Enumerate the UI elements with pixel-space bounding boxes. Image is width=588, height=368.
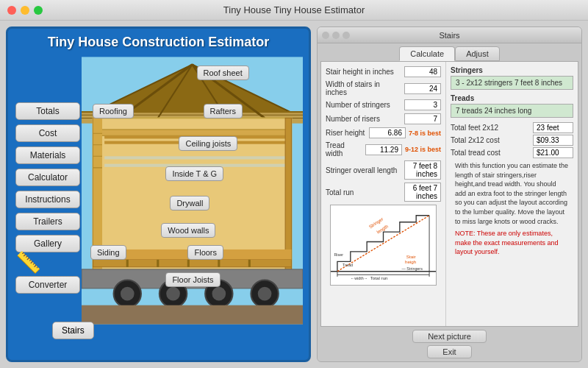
dialog-titlebar: Stairs <box>318 27 581 43</box>
minimize-button[interactable] <box>21 6 29 15</box>
input-stringers[interactable] <box>404 99 441 110</box>
field-width: Width of stairs in inches <box>326 80 441 96</box>
info-text: With this function you can estimate the … <box>455 161 569 226</box>
tab-calculate[interactable]: Calculate <box>399 46 455 61</box>
field-stringers: Number of stringers <box>326 99 441 110</box>
total-feet-row: Total feet 2x12 23 feet <box>451 122 573 133</box>
treads-section: Treads 7 treads 24 inches long <box>451 94 573 118</box>
stringers-section: Stringers 3 - 2x12 stringers 7 feet 8 in… <box>451 66 573 90</box>
field-riser-height: Riser height 7-8 is best <box>326 127 441 138</box>
maximize-button[interactable] <box>34 6 43 15</box>
treads-result: 7 treads 24 inches long <box>451 104 573 118</box>
dialog-close[interactable] <box>322 32 329 39</box>
dialog-tabs: Calculate Adjust <box>318 43 581 61</box>
nav-instructions[interactable]: Instructions <box>15 191 80 208</box>
nav-totals[interactable]: Totals <box>15 102 80 120</box>
svg-rect-11 <box>93 130 292 135</box>
ceiling-joists-button[interactable]: Ceiling joists <box>179 136 237 151</box>
dialog-maximize[interactable] <box>343 32 350 39</box>
window-controls[interactable] <box>7 6 43 15</box>
stair-diagram-svg: Stringer length Tread Riser Stair heigh … <box>331 205 436 285</box>
stairs-dialog: Stairs Calculate Adjust Stair height in … <box>317 26 582 362</box>
window-titlebar: Tiny House Tiny House Estimator <box>0 0 588 21</box>
roof-sheet-button[interactable]: Roof sheet <box>197 66 249 80</box>
dialog-footer: Next picture Exit <box>318 327 581 361</box>
close-button[interactable] <box>7 6 16 15</box>
field-tread-width: Tread width 9-12 is best <box>326 141 441 158</box>
field-risers: Number of risers <box>326 113 441 124</box>
main-app-panel: Tiny House Construction Estimator Totals… <box>6 26 311 362</box>
dialog-title: Stairs <box>439 31 459 40</box>
info-note: NOTE: These are only estimates, make the… <box>455 229 569 257</box>
building-illustration: Roof sheet Roofing Rafters Ceiling joist… <box>82 54 303 327</box>
svg-point-32 <box>121 287 135 301</box>
input-tread-width[interactable] <box>365 144 402 155</box>
floors-button[interactable]: Floors <box>187 245 223 260</box>
converter-button[interactable]: Converter <box>15 276 80 294</box>
nav-buttons: Totals Cost Materials Calculator Instruc… <box>15 102 80 252</box>
dialog-results: Stringers 3 - 2x12 stringers 7 feet 8 in… <box>446 62 578 326</box>
floor-joists-button[interactable]: Floor Joists <box>165 272 220 287</box>
ruler-icon: 📏 <box>15 250 80 275</box>
drywall-button[interactable]: Drywall <box>170 196 209 210</box>
siding-button[interactable]: Siding <box>90 245 126 260</box>
input-risers[interactable] <box>404 113 441 124</box>
total-tread-row: Total tread cost $21.00 <box>451 147 573 158</box>
input-riser-height[interactable] <box>369 127 406 138</box>
field-stringer-length: Stringer overall length 7 feet 8 inches <box>326 160 441 180</box>
svg-text:Riser: Riser <box>334 252 343 257</box>
total-2x12-row: Total 2x12 cost $09.33 <box>451 135 573 146</box>
svg-text:heigh: heigh <box>405 259 417 264</box>
input-width[interactable] <box>404 83 441 94</box>
svg-rect-14 <box>104 156 287 159</box>
nav-trailers[interactable]: Trailers <box>15 213 80 230</box>
roofing-button[interactable]: Roofing <box>93 104 134 118</box>
dialog-minimize[interactable] <box>332 32 340 39</box>
field-total-run: Total run 6 feet 7 inches <box>326 183 441 202</box>
svg-rect-23 <box>93 259 292 266</box>
svg-text:←width→: ←width→ <box>351 276 368 280</box>
svg-text:Total run: Total run <box>370 275 388 280</box>
svg-rect-39 <box>82 305 303 325</box>
svg-rect-17 <box>285 118 291 271</box>
app-title: Tiny House Construction Estimator <box>14 35 303 50</box>
svg-text:Tread: Tread <box>343 263 353 267</box>
dialog-inputs: Stair height in inches Width of stairs i… <box>321 62 446 326</box>
inside-tg-button[interactable]: Inside T & G <box>165 166 223 181</box>
window-title: Tiny House Tiny House Estimator <box>223 4 365 15</box>
svg-point-36 <box>212 287 226 301</box>
next-picture-button[interactable]: Next picture <box>412 330 487 343</box>
dialog-controls[interactable] <box>322 32 350 39</box>
svg-text:— Stringers: — Stringers <box>402 266 423 271</box>
tab-adjust[interactable]: Adjust <box>455 46 500 61</box>
nav-calculator[interactable]: Calculator <box>15 169 80 186</box>
nav-materials[interactable]: Materials <box>15 146 80 164</box>
stringers-result: 3 - 2x12 stringers 7 feet 8 inches <box>451 76 573 90</box>
nav-cost[interactable]: Cost <box>15 124 80 142</box>
wood-walls-button[interactable]: Wood walls <box>161 223 215 238</box>
input-stair-height[interactable] <box>404 66 441 77</box>
field-stair-height: Stair height in inches <box>326 66 441 77</box>
stairs-button[interactable]: Stairs <box>52 322 94 339</box>
converter-area: 📏 Converter <box>15 250 80 294</box>
svg-point-38 <box>258 287 272 301</box>
stair-diagram: Stringer length Tread Riser Stair heigh … <box>330 205 437 286</box>
exit-button[interactable]: Exit <box>427 345 471 358</box>
svg-point-34 <box>166 287 180 301</box>
svg-text:Stair: Stair <box>406 254 416 259</box>
rafters-button[interactable]: Rafters <box>204 104 243 118</box>
